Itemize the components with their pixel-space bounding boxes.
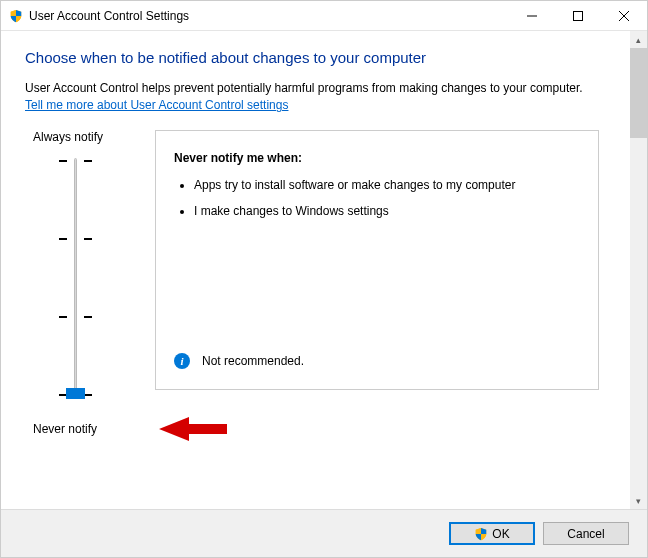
status-text: Not recommended. <box>202 354 304 368</box>
scroll-down-icon[interactable]: ▾ <box>630 492 647 509</box>
page-heading: Choose when to be notified about changes… <box>25 49 623 66</box>
help-link[interactable]: Tell me more about User Account Control … <box>25 98 288 112</box>
slider-track <box>74 158 77 398</box>
maximize-button[interactable] <box>555 1 601 31</box>
vertical-scrollbar[interactable]: ▴ ▾ <box>630 31 647 509</box>
info-icon: i <box>174 353 190 369</box>
slider-label-top: Always notify <box>25 130 155 144</box>
info-panel: Never notify me when: Apps try to instal… <box>155 130 599 390</box>
svg-rect-0 <box>574 11 583 20</box>
info-bullet: Apps try to install software or make cha… <box>194 177 580 193</box>
dialog-footer: OK Cancel <box>1 509 647 557</box>
cancel-button[interactable]: Cancel <box>543 522 629 545</box>
page-description: User Account Control helps prevent poten… <box>25 80 623 96</box>
title-bar: User Account Control Settings <box>1 1 647 31</box>
info-bullet: I make changes to Windows settings <box>194 203 580 219</box>
notification-slider[interactable] <box>55 156 95 408</box>
slider-column: Always notify Never notify <box>25 130 155 436</box>
scroll-thumb[interactable] <box>630 48 647 138</box>
close-button[interactable] <box>601 1 647 31</box>
scroll-up-icon[interactable]: ▴ <box>630 31 647 48</box>
uac-shield-icon <box>474 527 488 541</box>
uac-shield-icon <box>9 9 23 23</box>
slider-thumb[interactable] <box>66 388 85 399</box>
window-title: User Account Control Settings <box>29 9 509 23</box>
ok-button[interactable]: OK <box>449 522 535 545</box>
content-area: Choose when to be notified about changes… <box>1 31 647 509</box>
info-title: Never notify me when: <box>174 151 580 165</box>
minimize-button[interactable] <box>509 1 555 31</box>
slider-label-bottom: Never notify <box>25 422 155 436</box>
